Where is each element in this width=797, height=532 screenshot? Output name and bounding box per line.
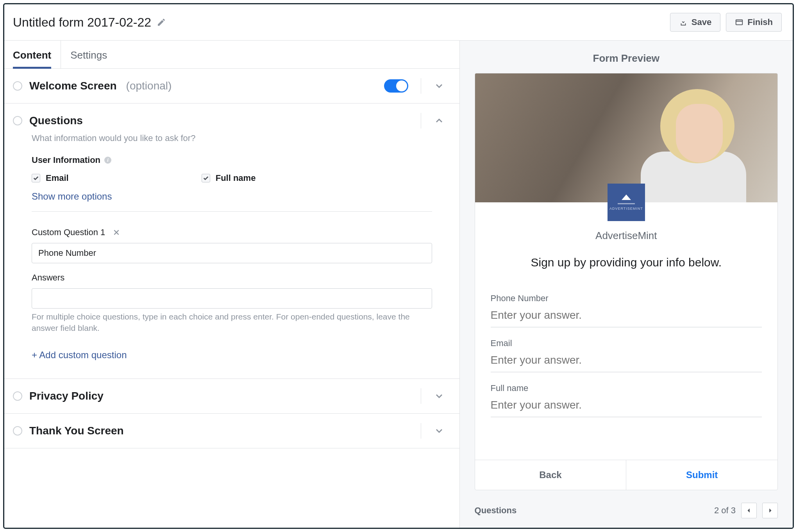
section-radio[interactable] — [13, 116, 22, 125]
divider — [421, 113, 421, 129]
preview-heading: Form Preview — [593, 52, 660, 64]
svg-rect-0 — [736, 20, 743, 25]
preview-field-label: Email — [491, 338, 762, 348]
preview-submit-button[interactable]: Submit — [626, 460, 777, 490]
finish-label: Finish — [747, 17, 773, 27]
chevron-down-icon[interactable] — [434, 425, 445, 436]
finish-button[interactable]: Finish — [726, 13, 782, 32]
tab-content[interactable]: Content — [13, 41, 61, 68]
preview-field-label: Phone Number — [491, 293, 762, 303]
section-title-privacy: Privacy Policy — [29, 390, 104, 402]
chevron-down-icon[interactable] — [434, 391, 445, 402]
preview-field-input[interactable] — [491, 348, 762, 372]
preview-headline: Sign up by providing your info below. — [488, 256, 764, 269]
page-prev-button[interactable] — [741, 503, 757, 518]
page-next-button[interactable] — [762, 503, 778, 518]
page-title: Untitled form 2017-02-22 — [13, 15, 151, 30]
window-icon — [735, 18, 743, 27]
pencil-icon[interactable] — [157, 18, 166, 27]
brand-name: AdvertiseMint — [475, 230, 777, 242]
user-info-label: User Information i — [32, 155, 432, 165]
section-radio[interactable] — [13, 391, 22, 401]
divider — [421, 78, 421, 94]
preview-back-button[interactable]: Back — [475, 460, 627, 490]
divider — [32, 211, 432, 212]
answers-input[interactable] — [32, 288, 432, 309]
add-custom-question-link[interactable]: + Add custom question — [32, 350, 127, 361]
close-icon[interactable] — [113, 229, 120, 236]
preview-hero-image: ADVERTISEMINT — [475, 73, 777, 202]
footer-label: Questions — [475, 505, 517, 516]
divider — [421, 423, 421, 439]
preview-field-input[interactable] — [491, 393, 762, 417]
section-title-thankyou: Thank You Screen — [29, 425, 124, 437]
tab-settings[interactable]: Settings — [61, 41, 116, 68]
fullname-checkbox[interactable] — [202, 174, 210, 182]
chevron-down-icon[interactable] — [434, 80, 445, 91]
info-icon[interactable]: i — [104, 157, 111, 164]
preview-card: ADVERTISEMINT AdvertiseMint Sign up by p… — [475, 73, 778, 490]
preview-field-input[interactable] — [491, 303, 762, 327]
section-title-questions: Questions — [29, 114, 83, 127]
preview-field-label: Full name — [491, 383, 762, 393]
optional-label: (optional) — [126, 80, 172, 92]
section-radio[interactable] — [13, 81, 22, 91]
save-label: Save — [692, 17, 711, 27]
custom-question-label: Custom Question 1 — [32, 227, 105, 237]
email-checkbox[interactable] — [32, 174, 40, 182]
answers-label: Answers — [32, 273, 64, 283]
custom-question-input[interactable] — [32, 243, 432, 263]
answers-hint: For multiple choice questions, type in e… — [32, 311, 432, 334]
save-button[interactable]: Save — [670, 13, 720, 32]
section-title-welcome: Welcome Screen — [29, 80, 117, 92]
download-icon — [679, 18, 688, 27]
person-illustration — [641, 89, 746, 202]
brand-logo: ADVERTISEMINT — [608, 184, 645, 221]
divider — [421, 388, 421, 404]
email-label: Email — [46, 173, 69, 183]
questions-helper: What information would you like to ask f… — [32, 133, 432, 143]
welcome-toggle[interactable] — [384, 79, 408, 93]
page-indicator: 2 of 3 — [714, 505, 736, 516]
fullname-label: Full name — [216, 173, 256, 183]
chevron-up-icon[interactable] — [434, 115, 445, 126]
show-more-link[interactable]: Show more options — [32, 191, 112, 202]
section-radio[interactable] — [13, 426, 22, 436]
